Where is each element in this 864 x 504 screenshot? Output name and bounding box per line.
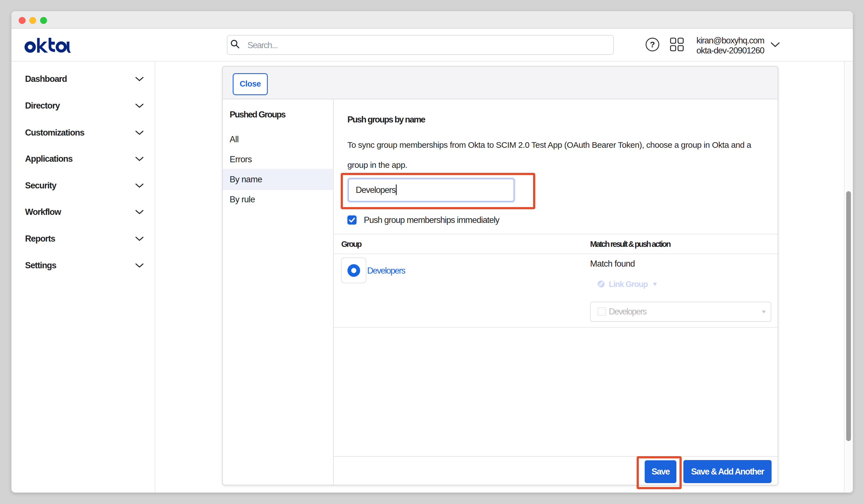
svg-text:?: ? — [650, 40, 655, 49]
